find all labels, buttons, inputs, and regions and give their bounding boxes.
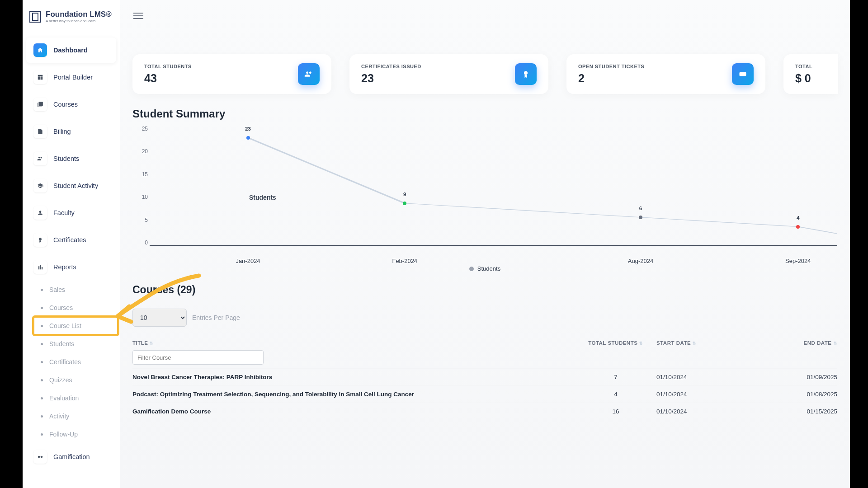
- users-icon: [298, 63, 320, 85]
- svg-point-0: [39, 238, 42, 240]
- sort-icon: ⇅: [150, 341, 154, 346]
- stat-value: 2: [578, 72, 644, 85]
- stat-label: TOTAL STUDENTS: [144, 64, 192, 69]
- svg-point-3: [524, 71, 528, 75]
- sidebar-item-label: Courses: [53, 101, 78, 108]
- home-icon: [33, 43, 47, 57]
- chart-point-label: 4: [797, 215, 799, 220]
- stat-value: $ 0: [795, 72, 812, 85]
- courses-section: Courses (29) 10 Entries Per Page TITLE⇅ …: [120, 284, 850, 420]
- sidebar-item-reports[interactable]: Reports: [26, 254, 116, 280]
- column-students[interactable]: TOTAL STUDENTS⇅: [575, 340, 656, 346]
- graduation-icon: [33, 179, 47, 192]
- sort-icon: ⇅: [834, 341, 838, 346]
- sidebar-item-portal-builder[interactable]: Portal Builder: [26, 65, 116, 90]
- sidebar-item-courses[interactable]: Courses: [26, 92, 116, 117]
- book-icon: [33, 98, 47, 111]
- ticket-icon: [732, 63, 754, 85]
- sidebar-item-billing[interactable]: Billing: [26, 119, 116, 144]
- sub-item-followup[interactable]: Follow-Up: [33, 425, 118, 443]
- chart-plot-area: 23 9 6 4 Students: [150, 128, 837, 246]
- brand-tagline: A better way to teach and learn: [46, 19, 112, 23]
- chart-point[interactable]: [246, 136, 250, 140]
- chart-legend: Students: [132, 265, 837, 272]
- sidebar-item-label: Billing: [53, 128, 71, 135]
- sort-icon: ⇅: [639, 341, 643, 346]
- brand-name: Foundation LMS®: [46, 10, 112, 19]
- main-content: TOTAL STUDENTS 43 CERTIFICATES ISSUED 23…: [120, 0, 850, 488]
- sub-item-course-list[interactable]: Course List: [33, 317, 118, 335]
- courses-table: TITLE⇅ TOTAL STUDENTS⇅ START DATE⇅ END D…: [132, 336, 837, 420]
- column-title[interactable]: TITLE⇅: [132, 340, 575, 346]
- chart-point[interactable]: [403, 202, 406, 205]
- stat-card-total-students[interactable]: TOTAL STUDENTS 43: [132, 54, 331, 94]
- logo-icon: [29, 11, 41, 23]
- stat-card-certificates[interactable]: CERTIFICATES ISSUED 23: [349, 54, 548, 94]
- column-start[interactable]: START DATE⇅: [656, 340, 769, 346]
- table-header: TITLE⇅ TOTAL STUDENTS⇅ START DATE⇅ END D…: [132, 336, 837, 350]
- sidebar-item-certificates[interactable]: Certificates: [26, 227, 116, 253]
- chart-title: Student Summary: [132, 108, 837, 120]
- sub-item-quizzes[interactable]: Quizzes: [33, 371, 118, 389]
- sidebar-item-label: Dashboard: [53, 47, 88, 54]
- entries-per-page: 10 Entries Per Page: [132, 309, 837, 327]
- sidebar-item-label: Reports: [53, 263, 76, 271]
- entries-select[interactable]: 10: [132, 309, 187, 327]
- sub-item-students[interactable]: Students: [33, 335, 118, 353]
- brand-logo[interactable]: Foundation LMS® A better way to teach an…: [23, 10, 120, 37]
- sub-item-courses[interactable]: Courses: [33, 299, 118, 317]
- sidebar-item-faculty[interactable]: Faculty: [26, 200, 116, 225]
- chart-point-label: 23: [245, 126, 251, 131]
- chart-y-axis: 25 20 15 10 5 0: [132, 126, 148, 246]
- sub-item-evaluation[interactable]: Evaluation: [33, 389, 118, 407]
- award-icon: [515, 63, 537, 85]
- chart-point[interactable]: [796, 225, 800, 229]
- column-end[interactable]: END DATE⇅: [769, 340, 837, 346]
- stat-label: OPEN STUDENT TICKETS: [578, 64, 644, 69]
- filter-course-input[interactable]: [132, 350, 264, 365]
- sidebar: Foundation LMS® A better way to teach an…: [23, 0, 120, 488]
- menu-toggle-icon[interactable]: [133, 11, 143, 21]
- stat-card-total-revenue[interactable]: TOTAL $ 0: [783, 54, 838, 94]
- table-row[interactable]: Novel Breast Cancer Therapies: PARP Inhi…: [132, 368, 837, 385]
- certificate-icon: [33, 233, 47, 247]
- trophy-icon: [33, 450, 47, 464]
- chart-line: [150, 128, 837, 245]
- users-icon: [33, 152, 47, 165]
- stat-value: 43: [144, 72, 192, 85]
- sub-item-certificates[interactable]: Certificates: [33, 353, 118, 371]
- sidebar-item-label: Faculty: [53, 209, 75, 216]
- svg-point-2: [41, 456, 43, 458]
- person-icon: [33, 206, 47, 220]
- sidebar-item-label: Student Activity: [53, 182, 98, 189]
- courses-title: Courses (29): [132, 284, 837, 296]
- sub-item-sales[interactable]: Sales: [33, 281, 118, 299]
- table-row[interactable]: Gamification Demo Course 16 01/10/2024 0…: [132, 403, 837, 420]
- sidebar-item-label: Portal Builder: [53, 74, 93, 81]
- document-icon: [33, 125, 47, 138]
- chart-section: Student Summary 25 20 15 10 5 0 23: [120, 108, 850, 284]
- sidebar-item-label: Certificates: [53, 236, 86, 244]
- chart-point-label: 6: [639, 205, 642, 211]
- chart-point-label: 9: [403, 191, 406, 197]
- reports-submenu: Sales Courses Course List Students Certi…: [24, 281, 118, 443]
- svg-point-1: [38, 456, 40, 458]
- table-row[interactable]: Podcast: Optimizing Treatment Selection,…: [132, 385, 837, 403]
- student-summary-chart[interactable]: 25 20 15 10 5 0 23 9 6: [132, 126, 837, 266]
- sidebar-item-gamification[interactable]: Gamification: [26, 444, 116, 469]
- stat-label: TOTAL: [795, 64, 812, 69]
- chart-icon: [33, 260, 47, 274]
- sidebar-item-dashboard[interactable]: Dashboard: [26, 38, 116, 63]
- stat-label: CERTIFICATES ISSUED: [361, 64, 421, 69]
- stat-card-tickets[interactable]: OPEN STUDENT TICKETS 2: [566, 54, 765, 94]
- legend-dot-icon: [469, 267, 474, 271]
- sidebar-item-label: Gamification: [53, 453, 90, 460]
- sub-item-activity[interactable]: Activity: [33, 407, 118, 425]
- sidebar-item-label: Students: [53, 155, 79, 162]
- sidebar-item-students[interactable]: Students: [26, 146, 116, 171]
- chart-point[interactable]: [639, 216, 642, 219]
- layout-icon: [33, 70, 47, 84]
- sidebar-item-student-activity[interactable]: Student Activity: [26, 173, 116, 198]
- chart-series-label: Students: [249, 194, 276, 201]
- entries-label: Entries Per Page: [192, 314, 240, 321]
